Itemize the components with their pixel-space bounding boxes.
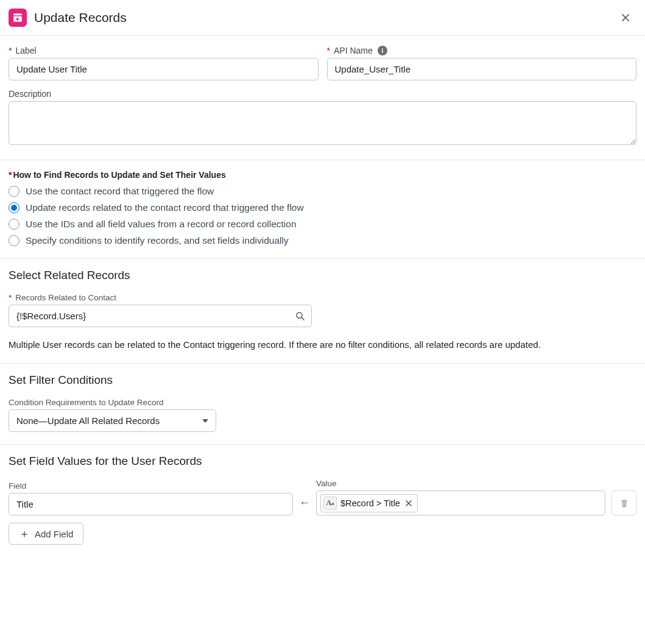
plus-icon: ＋ (19, 528, 30, 539)
radio-label: Update records related to the contact re… (26, 202, 304, 213)
records-related-label: * Records Related to Contact (9, 293, 636, 302)
how-to-find-title-text: How to Find Records to Update and Set Th… (13, 170, 225, 180)
radio-icon (9, 186, 19, 197)
required-indicator: * (9, 46, 12, 55)
radio-label: Specify conditions to identify records, … (26, 235, 289, 246)
api-name-label-text: API Name (334, 46, 373, 55)
related-help-text: Multiple User records can be related to … (9, 338, 636, 351)
records-related-input[interactable] (9, 305, 312, 327)
value-label: Value (316, 479, 605, 488)
value-pill: Aa $Record > Title (320, 494, 418, 512)
radio-icon (9, 202, 19, 213)
search-icon[interactable] (295, 311, 306, 322)
info-icon[interactable]: i (378, 46, 387, 55)
radio-option-related-records[interactable]: Update records related to the contact re… (9, 202, 636, 213)
section-how-to-find: *How to Find Records to Update and Set T… (0, 160, 645, 259)
radio-icon (9, 219, 19, 230)
field-input[interactable] (9, 493, 293, 515)
api-name-input[interactable] (327, 58, 637, 80)
condition-requirements-select[interactable]: None—Update All Related Records (9, 409, 216, 432)
description-label: Description (9, 89, 636, 99)
how-to-find-title: *How to Find Records to Update and Set T… (9, 170, 636, 180)
radio-option-triggering-record[interactable]: Use the contact record that triggered th… (9, 186, 636, 197)
dialog-header: Update Records (0, 0, 645, 36)
radio-option-ids-collection[interactable]: Use the IDs and all field values from a … (9, 219, 636, 230)
api-name-label: * API Name i (327, 46, 637, 55)
section-basic: * Label * API Name i Description (0, 36, 645, 160)
label-input[interactable] (9, 58, 319, 80)
update-records-icon (9, 9, 27, 27)
section-filter-conditions: Set Filter Conditions Condition Requirem… (0, 364, 645, 445)
how-to-find-radio-group: Use the contact record that triggered th… (9, 186, 636, 246)
add-field-button[interactable]: ＋ Add Field (9, 523, 83, 545)
required-indicator: * (9, 170, 12, 180)
text-type-icon: Aa (323, 497, 337, 510)
related-records-title: Select Related Records (9, 269, 636, 282)
required-indicator: * (9, 293, 12, 302)
chevron-down-icon (202, 417, 209, 425)
svg-line-1 (301, 317, 304, 320)
assignment-arrow-icon: ← (299, 497, 310, 515)
close-button[interactable] (617, 10, 634, 25)
section-related-records: Select Related Records * Records Related… (0, 259, 645, 364)
condition-requirements-value: None—Update All Related Records (9, 409, 216, 432)
section-set-field-values: Set Field Values for the User Records Fi… (0, 445, 645, 557)
field-label: Field (9, 481, 293, 490)
dialog-title: Update Records (34, 10, 617, 25)
filter-conditions-title: Set Filter Conditions (9, 373, 636, 387)
radio-label: Use the contact record that triggered th… (26, 186, 214, 197)
label-field-label-text: Label (15, 46, 36, 55)
label-field-label: * Label (9, 46, 319, 55)
pill-remove-button[interactable] (404, 500, 414, 507)
radio-icon (9, 235, 19, 246)
radio-option-specify-conditions[interactable]: Specify conditions to identify records, … (9, 235, 636, 246)
radio-label: Use the IDs and all field values from a … (26, 219, 297, 230)
records-related-label-text: Records Related to Contact (15, 293, 116, 302)
delete-row-button[interactable] (612, 490, 636, 515)
value-pill-text: $Record > Title (340, 498, 400, 508)
svg-point-0 (297, 313, 302, 318)
condition-requirements-label: Condition Requirements to Update Record (9, 398, 636, 407)
value-input[interactable]: Aa $Record > Title (316, 490, 605, 515)
add-field-button-label: Add Field (35, 529, 73, 539)
description-textarea[interactable] (9, 101, 636, 145)
required-indicator: * (327, 46, 330, 55)
set-field-values-title: Set Field Values for the User Records (9, 455, 636, 468)
